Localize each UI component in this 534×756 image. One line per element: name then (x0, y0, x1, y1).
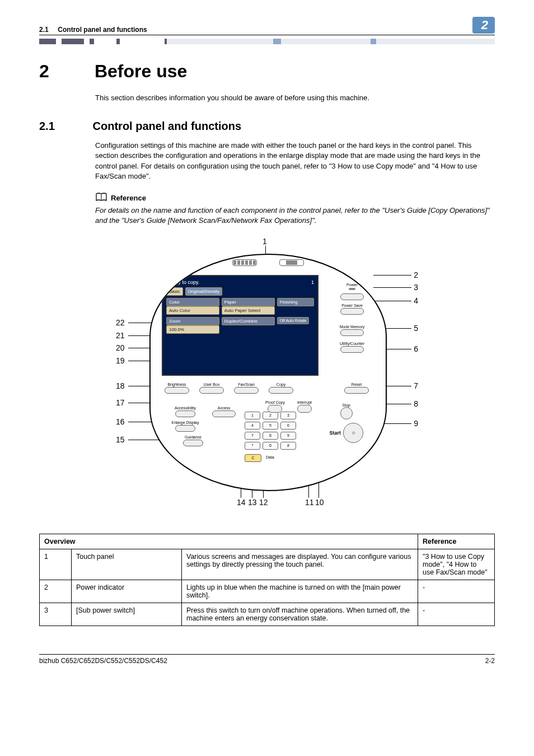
reset-key[interactable]: Reset (344, 382, 369, 394)
stop-label: Stop (329, 403, 363, 407)
key-7[interactable]: 7 (245, 432, 260, 440)
screen-color-value[interactable]: Auto Color (166, 306, 219, 315)
utility-counter-key[interactable]: Utility/Counter (330, 342, 374, 353)
data-indicator: Data (266, 455, 274, 459)
callout-6: 6 (414, 344, 418, 353)
panel-outline: Ready to copy. 1 Basic Original/Density … (149, 254, 387, 491)
section-title: Control panel and functions (93, 120, 242, 132)
screen-finishing[interactable]: Finishing (277, 298, 314, 306)
table-row: 3 [Sub power switch] Press this switch t… (40, 603, 495, 626)
clear-key[interactable]: C (245, 454, 261, 462)
cell-num: 3 (40, 603, 72, 626)
callout-1: 1 (263, 237, 267, 246)
callout-22: 22 (116, 318, 125, 327)
callout-16: 16 (116, 417, 125, 426)
proof-copy-key[interactable]: Proof Copy (265, 400, 285, 413)
stop-key[interactable] (340, 407, 353, 419)
callout-7: 7 (414, 381, 418, 390)
reference-label: Reference (111, 194, 146, 202)
chapter-number: 2 (39, 61, 90, 82)
cell-num: 1 (40, 549, 72, 580)
callout-21: 21 (116, 331, 125, 340)
table-row: 2 Power indicator Lights up in blue when… (40, 580, 495, 603)
cell-ref: - (418, 603, 495, 626)
section-heading: 2.1 Control panel and functions (39, 120, 495, 133)
start-label: Start (329, 430, 341, 436)
section-number: 2.1 (39, 120, 90, 133)
callout-4: 4 (414, 296, 418, 305)
numeric-keypad[interactable]: 1 2 3 4 5 6 7 8 9 * 0 # C (245, 406, 296, 462)
guidance-key[interactable]: Guidance (183, 435, 203, 446)
callout-20: 20 (116, 343, 125, 352)
key-2[interactable]: 2 (263, 412, 278, 419)
screen-status: Ready to copy. (166, 279, 199, 285)
vent-icon (232, 259, 304, 266)
interrupt-key[interactable]: Interrupt (297, 400, 312, 413)
tab-basic[interactable]: Basic (166, 287, 183, 296)
userbox-key[interactable]: User Box (199, 382, 224, 394)
header-section-title: Control panel and functions (58, 26, 147, 34)
key-0[interactable]: 0 (263, 442, 278, 450)
screen-zoom-value[interactable]: 100.0% (166, 325, 219, 334)
key-star[interactable]: * (245, 442, 260, 450)
mode-memory-key[interactable]: Mode Memory (330, 325, 374, 336)
screen-duplex-label[interactable]: Duplex/Combine (222, 317, 275, 325)
callout-12: 12 (259, 498, 268, 507)
power-save-key[interactable]: Power Save (330, 304, 374, 315)
power-indicator: Power (330, 283, 374, 290)
callout-5: 5 (414, 324, 418, 333)
sub-power-switch[interactable] (330, 293, 374, 300)
key-4[interactable]: 4 (245, 422, 260, 430)
decorative-bar (39, 39, 495, 44)
key-hash[interactable]: # (280, 442, 296, 450)
copy-key[interactable]: Copy (269, 382, 293, 394)
callout-9: 9 (414, 419, 418, 428)
screen-count: 1 (311, 279, 314, 285)
screen-paper-label: Paper (222, 298, 275, 306)
header-section-number: 2.1 (39, 26, 49, 34)
cell-name: Power indicator (72, 580, 182, 603)
cell-desc: Various screens and messages are display… (182, 549, 418, 580)
screen-color-label: Color (166, 298, 219, 306)
footer-model: bizhub C652/C652DS/C552/C552DS/C452 (39, 657, 167, 665)
callout-10: 10 (315, 498, 324, 507)
cell-desc: Press this switch to turn on/off machine… (182, 603, 418, 626)
section-body: Configuration settings of this machine a… (95, 141, 495, 181)
callout-18: 18 (116, 381, 125, 390)
key-1[interactable]: 1 (245, 412, 260, 419)
callout-14: 14 (237, 498, 246, 507)
screen-rotate[interactable]: Off Auto Rotate (277, 317, 310, 324)
key-5[interactable]: 5 (263, 422, 278, 430)
cell-ref: - (418, 580, 495, 603)
key-6[interactable]: 6 (280, 422, 296, 430)
callout-11: 11 (305, 498, 314, 507)
touch-panel[interactable]: Ready to copy. 1 Basic Original/Density … (162, 275, 318, 376)
cell-desc: Lights up in blue when the machine is tu… (182, 580, 418, 603)
running-header: 2.1 Control panel and functions 2 (39, 17, 495, 35)
brightness-key[interactable]: Brightness (165, 382, 189, 394)
key-8[interactable]: 8 (263, 432, 278, 440)
table-row: 1 Touch panel Various screens and messag… (40, 549, 495, 580)
accessibility-key[interactable]: Accessibility (167, 406, 203, 417)
key-9[interactable]: 9 (280, 432, 296, 440)
footer-page: 2-2 (485, 657, 495, 665)
callout-13: 13 (248, 498, 257, 507)
callout-8: 8 (414, 399, 418, 408)
access-key[interactable]: Access (212, 406, 236, 417)
overview-table: Overview Reference 1 Touch panel Various… (39, 534, 495, 626)
page-footer: bizhub C652/C652DS/C552/C552DS/C452 2-2 (39, 654, 495, 665)
callout-19: 19 (116, 356, 125, 365)
cell-name: Touch panel (72, 549, 182, 580)
chapter-badge: 2 (472, 17, 495, 34)
callout-15: 15 (116, 435, 125, 444)
faxscan-key[interactable]: Fax/Scan (234, 382, 259, 394)
cell-name: [Sub power switch] (72, 603, 182, 626)
enlarge-display-key[interactable]: Enlarge Display (167, 421, 203, 432)
chapter-intro: This section describes information you s… (95, 93, 495, 103)
key-3[interactable]: 3 (280, 412, 296, 419)
screen-paper-value[interactable]: Auto Paper Select (222, 306, 275, 315)
tab-original-density[interactable]: Original/Density (185, 287, 222, 296)
cell-num: 2 (40, 580, 72, 603)
th-overview: Overview (40, 534, 418, 549)
start-key[interactable]: ◇ (343, 423, 363, 443)
